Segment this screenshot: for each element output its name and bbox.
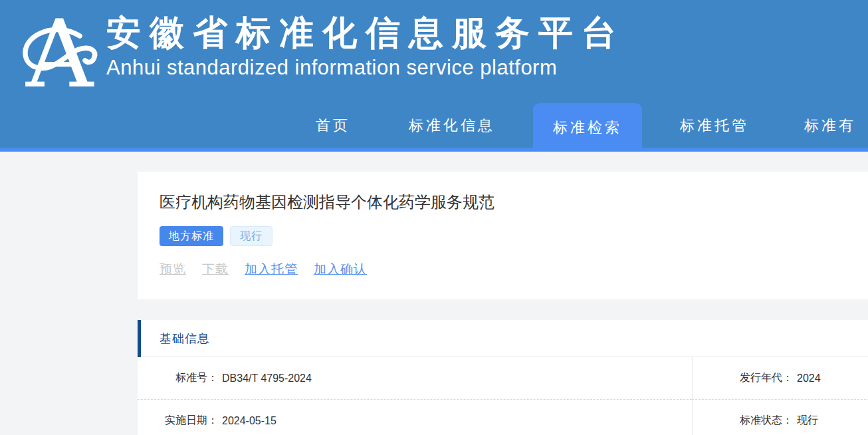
issue-year-value: 2024: [797, 372, 821, 384]
badge-row: 地方标准 现行: [160, 226, 868, 246]
main-content: 医疗机构药物基因检测指导个体化药学服务规范 地方标准 现行 预览 下载 加入托管…: [0, 172, 868, 435]
site-titles: 安徽省标准化信息服务平台 Anhui standardized informat…: [106, 13, 625, 80]
action-links-row: 预览 下载 加入托管 加入确认: [160, 261, 868, 278]
basic-info-table: 标准号： DB34/T 4795-2024 发行年代： 2024 实施日期： 2…: [138, 357, 868, 435]
standard-number-label: 标准号：: [138, 371, 218, 385]
standard-summary-card: 医疗机构药物基因检测指导个体化药学服务规范 地方标准 现行 预览 下载 加入托管…: [138, 172, 868, 299]
standard-title: 医疗机构药物基因检测指导个体化药学服务规范: [160, 192, 868, 213]
nav-accent-strip: [0, 148, 868, 152]
site-title-en: Anhui standardized information service p…: [106, 56, 625, 80]
table-cell-issue-year: 发行年代： 2024: [692, 357, 868, 400]
standard-status-value: 现行: [797, 414, 818, 428]
nav-item-standard-hosting[interactable]: 标准托管: [680, 116, 749, 136]
standard-number-value: DB34/T 4795-2024: [222, 372, 312, 384]
issue-year-label: 发行年代：: [693, 371, 793, 385]
implementation-date-label: 实施日期：: [138, 414, 218, 428]
basic-info-card: 基础信息 标准号： DB34/T 4795-2024 发行年代： 2024 实施…: [138, 320, 868, 435]
table-cell-standard-status: 标准状态： 现行: [692, 400, 868, 435]
nav-item-clipped[interactable]: 标准有: [804, 116, 856, 136]
section-accent-bar: [138, 320, 141, 357]
add-to-hosting-link[interactable]: 加入托管: [245, 261, 298, 278]
preview-link[interactable]: 预览: [160, 261, 186, 278]
site-title-zh: 安徽省标准化信息服务平台: [106, 13, 625, 53]
nav-item-home[interactable]: 首页: [316, 116, 350, 136]
main-nav: 首页 标准化信息 标准检索 标准托管 标准有: [316, 103, 856, 148]
letter-A-ribbon-logo-icon: A: [17, 11, 100, 88]
table-cell-implementation-date: 实施日期： 2024-05-15: [138, 400, 692, 435]
add-to-confirm-link[interactable]: 加入确认: [314, 261, 367, 278]
site-logo[interactable]: A: [17, 11, 100, 91]
standard-status-label: 标准状态：: [693, 414, 793, 428]
nav-item-standard-search-active[interactable]: 标准检索: [533, 103, 642, 152]
basic-info-section-title: 基础信息: [138, 320, 868, 357]
download-link[interactable]: 下载: [202, 261, 229, 278]
nav-item-standardization-info[interactable]: 标准化信息: [409, 116, 495, 136]
standard-status-badge: 现行: [230, 226, 272, 246]
standard-type-badge: 地方标准: [160, 226, 223, 246]
table-cell-standard-number: 标准号： DB34/T 4795-2024: [138, 357, 692, 400]
page: A 安徽省标准化信息服务平台 Anhui standardized inform…: [0, 0, 868, 435]
implementation-date-value: 2024-05-15: [222, 415, 276, 427]
site-header: A 安徽省标准化信息服务平台 Anhui standardized inform…: [0, 0, 868, 148]
